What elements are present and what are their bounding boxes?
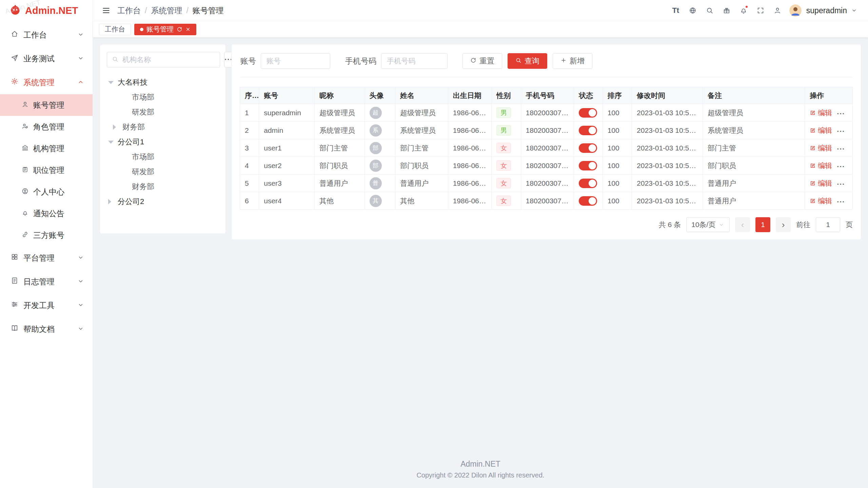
globe-icon[interactable] [685,3,701,18]
notification-bell-icon[interactable] [736,3,751,18]
search-icon[interactable] [702,3,717,18]
tree-node[interactable]: 市场部 [107,149,219,164]
row-more-button[interactable]: ··· [837,109,845,117]
cell-name: 其他 [395,192,448,210]
caret-down-icon[interactable] [108,81,114,84]
sidebar-item-organization-management[interactable]: 机构管理 [0,138,93,159]
role-icon [22,122,28,131]
status-toggle[interactable] [579,161,597,170]
sidebar-item-help-docs[interactable]: 帮助文档 [0,317,93,341]
page-size-select[interactable]: 10条/页 [686,217,730,232]
prev-page-button[interactable]: ‹ [735,217,750,232]
user-settings-icon[interactable] [770,3,785,18]
tree-node[interactable]: 分公司2 [107,194,219,209]
close-icon[interactable] [185,27,191,32]
account-input[interactable] [261,53,330,69]
edit-button[interactable]: 编辑 [810,179,832,188]
add-button[interactable]: 新增 [553,53,592,69]
caret-right-icon[interactable] [108,199,111,204]
username[interactable]: superadmin [806,6,847,15]
status-toggle[interactable] [579,196,597,206]
caret-down-icon[interactable] [108,141,114,144]
tree-node[interactable]: 财务部 [107,120,219,135]
sidebar-item-label: 开发工具 [23,300,73,311]
gift-icon[interactable] [719,3,734,18]
row-more-button[interactable]: ··· [837,127,845,135]
cell-avatar: 部 [364,157,395,175]
cell-avatar: 超 [364,104,395,122]
sidebar-item-log-management[interactable]: 日志管理 [0,270,93,293]
org-search-input[interactable] [122,55,215,64]
row-more-button[interactable]: ··· [837,180,845,188]
phone-input[interactable] [381,53,448,69]
cell-avatar: 其 [364,192,395,210]
sidebar-item-label: 日志管理 [23,277,73,287]
sidebar-item-system-management[interactable]: 系统管理 [0,70,93,94]
goto-page-input[interactable] [816,217,840,232]
user-icon [22,101,28,110]
sidebar-item-workbench[interactable]: 工作台 [0,23,93,47]
status-toggle[interactable] [579,179,597,188]
organization-panel: ··· 大名科技 市场部 研发部 财务部 分公司1 市场部 研发部 财务部 分公… [100,44,226,234]
tree-node[interactable]: 研发部 [107,164,219,179]
hamburger-menu-icon[interactable] [102,6,111,15]
row-more-button[interactable]: ··· [837,145,845,152]
font-size-icon[interactable]: Tt [668,3,684,18]
cell-nickname: 普通用户 [314,175,364,192]
edit-button[interactable]: 编辑 [810,108,832,118]
user-circle-icon [22,187,28,197]
cell-sort: 100 [603,139,632,157]
cell-modified-time: 2023-01-03 10:59:44 [632,157,703,175]
tree-node[interactable]: 研发部 [107,105,219,120]
sidebar-menu: 工作台 业务测试 系统管理 账号管理 角色管理 [0,21,93,341]
refresh-icon[interactable] [177,26,182,32]
tree-node[interactable]: 财务部 [107,179,219,194]
current-page[interactable]: 1 [755,217,770,232]
edit-button[interactable]: 编辑 [810,161,832,170]
cell-phone: 18020030720 [521,122,574,139]
sidebar-item-business-test[interactable]: 业务测试 [0,47,93,70]
cell-birth-date: 1986-06-28 [448,157,492,175]
edit-button[interactable]: 编辑 [810,196,832,206]
fullscreen-icon[interactable] [753,3,768,18]
row-more-button[interactable]: ··· [837,198,845,205]
sidebar-item-label: 工作台 [23,30,73,40]
table-row: 1superadmin超级管理员超超级管理员1986-06-28男1802003… [240,104,853,122]
status-toggle[interactable] [579,126,597,135]
tree-node[interactable]: 市场部 [107,90,219,105]
sidebar-item-personal-center[interactable]: 个人中心 [0,181,93,203]
caret-right-icon[interactable] [113,124,116,130]
reset-button[interactable]: 重置 [462,53,502,69]
cell-gender: 女 [492,175,521,192]
chevron-down-icon[interactable] [849,3,859,18]
breadcrumb-item[interactable]: 工作台 [117,5,141,16]
table-row: 4user2部门职员部部门职员1986-06-28女18020030720100… [240,157,853,175]
sidebar-item-role-management[interactable]: 角色管理 [0,116,93,138]
cell-nickname: 超级管理员 [314,104,364,122]
cell-modified-time: 2023-01-03 10:59:44 [632,122,703,139]
next-page-button[interactable]: › [776,217,791,232]
sidebar-item-platform-management[interactable]: 平台管理 [0,246,93,270]
status-toggle[interactable] [579,143,597,153]
sidebar-item-account-management[interactable]: 账号管理 [0,94,93,116]
search-icon [515,57,521,65]
row-more-button[interactable]: ··· [837,162,845,170]
search-button[interactable]: 查询 [508,53,547,69]
breadcrumb-separator: / [145,6,147,15]
sidebar-item-position-management[interactable]: 职位管理 [0,159,93,181]
tree-node[interactable]: 大名科技 [107,75,219,90]
cell-sort: 100 [603,157,632,175]
sidebar-item-notice-announcement[interactable]: 通知公告 [0,203,93,224]
bank-icon [22,144,28,153]
edit-button[interactable]: 编辑 [810,126,832,135]
status-toggle[interactable] [579,108,597,118]
sidebar-item-third-party-account[interactable]: 三方账号 [0,224,93,246]
sidebar-item-dev-tools[interactable]: 开发工具 [0,293,93,317]
breadcrumb-item[interactable]: 系统管理 [151,5,182,16]
chevron-down-icon [78,277,84,286]
avatar[interactable] [789,4,802,17]
tab-account-management[interactable]: 账号管理 [134,24,196,35]
tab-workbench[interactable]: 工作台 [99,24,131,35]
edit-button[interactable]: 编辑 [810,143,832,153]
tree-node[interactable]: 分公司1 [107,135,219,149]
